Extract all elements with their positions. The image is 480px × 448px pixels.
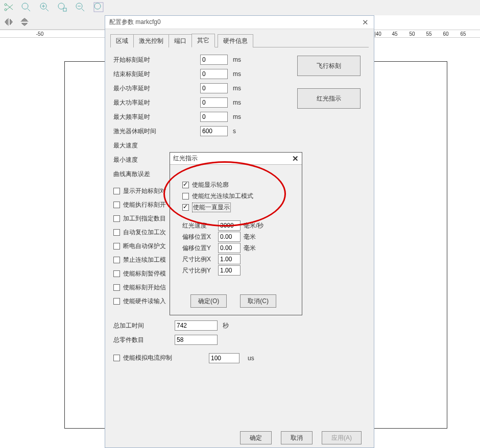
checkbox[interactable] <box>113 257 120 263</box>
check-label: 使能模拟电流抑制 <box>123 354 172 362</box>
zoom-out-icon[interactable] <box>74 1 86 13</box>
flip-toolbar <box>0 15 105 30</box>
checkbox[interactable] <box>113 215 120 222</box>
start-delay-input[interactable] <box>200 55 228 65</box>
scale-x-input[interactable] <box>218 254 241 264</box>
zoom-fit-icon[interactable] <box>92 1 105 13</box>
checkbox[interactable] <box>182 182 189 188</box>
flip-horizontal-icon[interactable] <box>3 16 15 29</box>
row-label: 最大功率延时 <box>113 98 200 107</box>
magnifier-icon[interactable] <box>20 1 32 13</box>
inner-label: 尺寸比例X <box>182 255 218 264</box>
check-label: 禁止连续加工模 <box>123 256 166 264</box>
zoom-area-icon[interactable] <box>56 1 68 13</box>
check-label: 使能硬件读输入 <box>123 297 166 306</box>
close-icon[interactable]: ✕ <box>292 154 299 163</box>
check-label: 自动复位加工次 <box>123 228 166 237</box>
row-label: 开始标刻延时 <box>113 56 200 64</box>
check-label: 显示开始标刻对 <box>123 187 166 195</box>
main-toolbar <box>0 0 480 15</box>
checkbox[interactable] <box>113 188 120 194</box>
close-icon[interactable]: ✕ <box>361 18 370 27</box>
dialog-titlebar: 配置参数 markcfg0 ✕ <box>105 16 374 29</box>
checkbox[interactable] <box>113 355 120 361</box>
check-label: 断电自动保护文 <box>123 242 166 251</box>
svg-rect-3 <box>63 8 66 11</box>
checkbox[interactable] <box>113 298 120 305</box>
tab-port[interactable]: 端口 <box>169 34 192 47</box>
checkbox[interactable] <box>113 284 120 291</box>
end-delay-input[interactable] <box>200 69 228 79</box>
check-label: 使能标刻开始信 <box>123 283 166 292</box>
offset-y-input[interactable] <box>218 243 241 253</box>
ok-button[interactable]: 确定 <box>240 431 272 444</box>
red-light-dialog: 红光指示 ✕ 使能显示轮廓 使能红光连续加工模式 使能一直显示 红光速度毫米/秒… <box>170 152 302 315</box>
checkbox[interactable] <box>113 270 120 277</box>
fly-mark-button[interactable]: 飞行标刻 <box>297 56 361 76</box>
total-time-label: 总加工时间 <box>113 321 175 330</box>
check-label: 使能显示轮廓 <box>192 181 229 189</box>
row-label: 最大频率延时 <box>113 113 200 121</box>
tab-other[interactable]: 其它 <box>191 34 215 47</box>
sleep-time-input[interactable] <box>200 126 228 136</box>
svg-point-0 <box>22 3 28 9</box>
total-count-input[interactable] <box>175 335 218 345</box>
checkbox[interactable] <box>182 193 189 200</box>
inner-label: 尺寸比例Y <box>182 266 218 275</box>
checkbox[interactable] <box>113 243 120 250</box>
offset-x-input[interactable] <box>218 232 241 242</box>
max-freq-delay-input[interactable] <box>200 112 228 122</box>
tab-laser[interactable]: 激光控制 <box>133 34 169 47</box>
inner-ok-button[interactable]: 确定(O) <box>190 294 227 308</box>
checkbox[interactable] <box>113 229 120 236</box>
inner-label: 红光速度 <box>182 221 218 230</box>
scissors-icon[interactable] <box>2 1 14 13</box>
inner-label: 偏移位置X <box>182 233 218 241</box>
total-time-input[interactable] <box>175 320 218 331</box>
tab-hardware[interactable]: 硬件信息 <box>218 34 253 47</box>
checkbox[interactable] <box>113 202 120 208</box>
svg-point-5 <box>94 3 101 9</box>
tab-bar: 区域 激光控制 端口 其它 硬件信息 <box>110 33 369 47</box>
red-speed-input[interactable] <box>218 220 241 231</box>
min-power-delay-input[interactable] <box>200 83 228 93</box>
check-label: 加工到指定数目 <box>123 214 166 223</box>
row-label: 激光器休眠时间 <box>113 127 200 136</box>
sim-current-input[interactable] <box>209 353 239 363</box>
inner-label: 偏移位置Y <box>182 244 218 253</box>
apply-button[interactable]: 应用(A) <box>322 431 362 444</box>
checkbox[interactable] <box>182 204 189 211</box>
check-label: 使能执行标刻开 <box>123 201 166 209</box>
cancel-button[interactable]: 取消 <box>281 431 313 444</box>
row-label: 结束标刻延时 <box>113 70 200 79</box>
scale-y-input[interactable] <box>218 265 241 276</box>
total-count-label: 总零件数目 <box>113 336 175 344</box>
inner-title: 红光指示 <box>173 154 292 163</box>
row-label: 最小功率延时 <box>113 84 200 93</box>
check-label: 使能标刻暂停模 <box>123 269 166 278</box>
flip-vertical-icon[interactable] <box>19 16 31 29</box>
check-label: 使能红光连续加工模式 <box>192 192 253 201</box>
tab-area[interactable]: 区域 <box>110 34 134 47</box>
inner-cancel-button[interactable]: 取消(C) <box>240 294 276 308</box>
max-power-delay-input[interactable] <box>200 97 228 108</box>
zoom-in-icon[interactable] <box>38 1 51 13</box>
inner-titlebar: 红光指示 ✕ <box>170 153 302 165</box>
dialog-title: 配置参数 markcfg0 <box>109 18 361 27</box>
check-label: 使能一直显示 <box>192 203 231 212</box>
row-label: 最大速度 <box>113 141 200 150</box>
red-light-button[interactable]: 红光指示 <box>297 88 361 109</box>
